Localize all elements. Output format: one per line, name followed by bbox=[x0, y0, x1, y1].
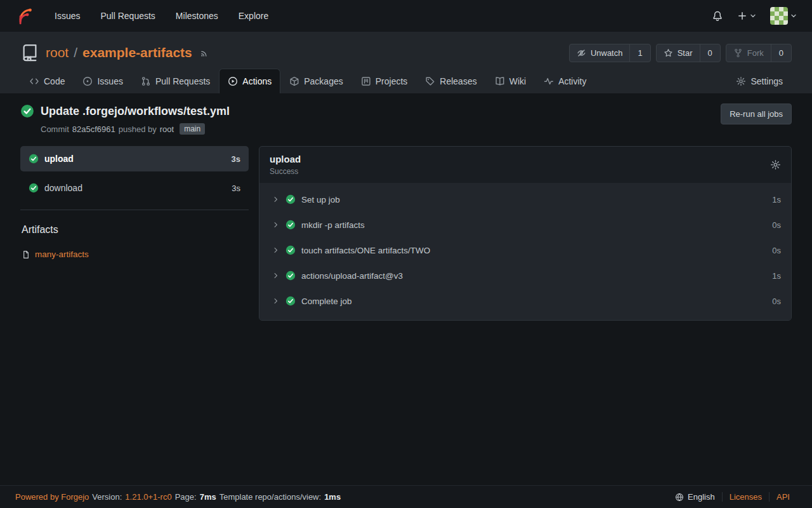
tab-label: Packages bbox=[304, 76, 343, 86]
licenses-link[interactable]: Licenses bbox=[730, 492, 762, 502]
step-duration: 1s bbox=[772, 271, 781, 281]
tab-wiki[interactable]: Wiki bbox=[486, 69, 535, 93]
star-icon bbox=[664, 48, 673, 58]
step-duration: 1s bbox=[772, 195, 781, 204]
tab-packages[interactable]: Packages bbox=[280, 69, 351, 93]
step-row-touch[interactable]: touch artifacts/ONE artifacts/TWO 0s bbox=[259, 237, 791, 263]
page: Issues Pull Requests Milestones Explore bbox=[0, 0, 812, 508]
tab-label: Wiki bbox=[509, 76, 526, 86]
tab-label: Actions bbox=[242, 76, 272, 86]
tab-issues[interactable]: Issues bbox=[74, 69, 131, 93]
book-icon bbox=[495, 76, 505, 86]
step-row-setup[interactable]: Set up job 1s bbox=[259, 187, 791, 212]
file-icon bbox=[22, 250, 30, 259]
page-time-label: Page: bbox=[175, 492, 197, 502]
tab-code[interactable]: Code bbox=[20, 69, 74, 93]
nav-item-issues[interactable]: Issues bbox=[55, 11, 80, 21]
chevron-right-icon bbox=[272, 297, 280, 305]
success-check-icon bbox=[285, 220, 296, 230]
language-label: English bbox=[688, 492, 715, 502]
code-icon bbox=[29, 76, 39, 86]
tab-releases[interactable]: Releases bbox=[416, 69, 485, 93]
rerun-all-jobs-button[interactable]: Re-run all jobs bbox=[721, 104, 792, 124]
chevron-down-icon bbox=[790, 13, 797, 19]
fork-button[interactable]: Fork bbox=[726, 44, 771, 62]
step-row-mkdir[interactable]: mkdir -p artifacts 0s bbox=[259, 212, 791, 237]
tab-projects[interactable]: Projects bbox=[352, 69, 417, 93]
api-item: API bbox=[769, 492, 797, 502]
top-navbar: Issues Pull Requests Milestones Explore bbox=[0, 0, 812, 32]
footer-left: Powered by Forgejo Version: 1.21.0+1-rc0… bbox=[15, 492, 341, 502]
footer: Powered by Forgejo Version: 1.21.0+1-rc0… bbox=[0, 485, 812, 508]
navbar-left: Issues Pull Requests Milestones Explore bbox=[15, 6, 268, 25]
tab-activity[interactable]: Activity bbox=[535, 69, 595, 93]
nav-item-milestones[interactable]: Milestones bbox=[176, 11, 218, 21]
success-check-icon bbox=[285, 245, 296, 255]
success-check-icon bbox=[29, 183, 39, 193]
job-list-sidebar: upload 3s download 3s Artifacts man bbox=[20, 146, 249, 259]
commit-line: Commit 82a5cf6961 pushed by root main bbox=[41, 123, 230, 135]
step-duration: 0s bbox=[772, 246, 781, 255]
watchers-count[interactable]: 1 bbox=[629, 44, 650, 62]
tag-icon bbox=[425, 76, 435, 86]
step-name: touch artifacts/ONE artifacts/TWO bbox=[301, 246, 430, 255]
template-time-value: 1ms bbox=[324, 492, 341, 502]
tab-actions[interactable]: Actions bbox=[219, 69, 280, 93]
powered-by-link[interactable]: Powered by Forgejo bbox=[15, 492, 89, 502]
language-selector[interactable]: English bbox=[668, 492, 722, 502]
branch-badge[interactable]: main bbox=[180, 123, 205, 135]
tab-pull-requests[interactable]: Pull Requests bbox=[132, 69, 219, 93]
pushed-by-label: pushed by bbox=[119, 124, 157, 134]
version-link[interactable]: 1.21.0+1-rc0 bbox=[125, 492, 171, 502]
package-icon bbox=[289, 76, 299, 86]
api-link[interactable]: API bbox=[776, 492, 790, 502]
commit-sha-link[interactable]: 82a5cf6961 bbox=[72, 124, 115, 134]
pull-request-icon bbox=[141, 76, 151, 86]
tab-label: Pull Requests bbox=[155, 76, 210, 86]
tab-label: Issues bbox=[97, 76, 122, 86]
success-check-icon bbox=[29, 154, 39, 164]
repo-name-link[interactable]: example-artifacts bbox=[82, 45, 192, 60]
job-duration: 3s bbox=[232, 154, 240, 164]
footer-right: English Licenses API bbox=[668, 492, 797, 502]
step-duration: 0s bbox=[772, 220, 781, 230]
nav-item-pull-requests[interactable]: Pull Requests bbox=[100, 11, 155, 21]
gear-icon bbox=[736, 76, 746, 86]
forgejo-logo-icon[interactable] bbox=[15, 6, 34, 25]
avatar bbox=[770, 7, 788, 25]
watch-button-group: Unwatch 1 bbox=[569, 44, 651, 62]
nav-item-explore[interactable]: Explore bbox=[239, 11, 268, 21]
star-button[interactable]: Star bbox=[657, 44, 700, 62]
artifact-name: many-artifacts bbox=[35, 250, 89, 259]
user-menu-button[interactable] bbox=[770, 7, 797, 25]
repo-owner-link[interactable]: root bbox=[46, 45, 69, 60]
step-name: mkdir -p artifacts bbox=[301, 220, 365, 230]
step-row-upload-artifact[interactable]: actions/upload-artifact@v3 1s bbox=[259, 263, 791, 288]
plus-icon bbox=[737, 11, 747, 21]
step-row-complete[interactable]: Complete job 0s bbox=[259, 288, 791, 314]
artifact-link-many-artifacts[interactable]: many-artifacts bbox=[22, 250, 249, 259]
success-check-icon bbox=[285, 296, 296, 306]
unwatch-button[interactable]: Unwatch bbox=[570, 44, 630, 62]
notifications-button[interactable] bbox=[712, 10, 723, 22]
job-row-upload[interactable]: upload 3s bbox=[20, 146, 249, 171]
job-options-gear-icon[interactable] bbox=[770, 159, 781, 170]
create-new-button[interactable] bbox=[737, 11, 756, 21]
repo-title-row: root / example-artifacts bbox=[20, 43, 792, 62]
step-name: Set up job bbox=[301, 195, 340, 204]
run-title: Update .forgejo/workflows/test.yml bbox=[41, 104, 230, 119]
success-check-icon bbox=[20, 104, 34, 118]
tab-settings[interactable]: Settings bbox=[727, 69, 792, 93]
run-header: Update .forgejo/workflows/test.yml Commi… bbox=[20, 104, 792, 135]
forks-count[interactable]: 0 bbox=[771, 44, 791, 62]
step-list: Set up job 1s mkdir -p artifacts 0s bbox=[259, 183, 791, 320]
chevron-right-icon bbox=[272, 196, 280, 203]
author-link[interactable]: root bbox=[160, 124, 174, 134]
stars-count[interactable]: 0 bbox=[700, 44, 720, 62]
fork-label: Fork bbox=[747, 48, 764, 58]
artifacts-heading: Artifacts bbox=[22, 224, 249, 236]
rss-icon[interactable] bbox=[200, 48, 209, 58]
chevron-down-icon bbox=[750, 13, 756, 19]
fork-icon bbox=[733, 48, 743, 58]
job-row-download[interactable]: download 3s bbox=[20, 175, 249, 201]
